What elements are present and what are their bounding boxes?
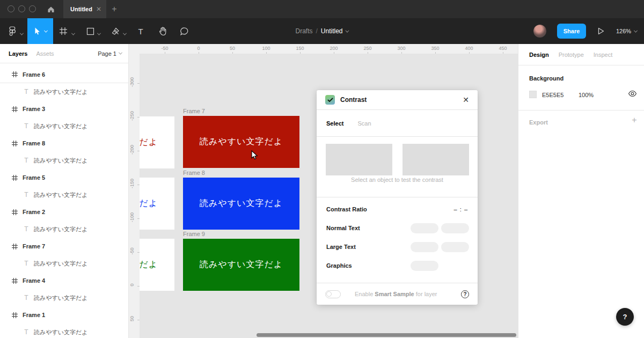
frame-icon	[12, 175, 18, 181]
figma-menu-icon[interactable]	[4, 18, 20, 44]
tab-assets[interactable]: Assets	[36, 50, 54, 57]
move-tool[interactable]	[27, 18, 53, 44]
background-hex-value[interactable]: E5E5E5	[542, 92, 564, 98]
canvas-frame-green[interactable]: 読みやすい文字だよ	[183, 239, 299, 291]
dialog-close-icon[interactable]: ✕	[462, 95, 470, 104]
layer-row-frame[interactable]: Frame 4	[0, 272, 128, 289]
layer-row-frame[interactable]: Frame 3	[0, 100, 128, 117]
horizontal-scrollbar[interactable]	[257, 333, 516, 337]
menu-chevron-icon[interactable]	[20, 30, 23, 36]
frame-text[interactable]: 読みやすい文字だよ	[200, 259, 283, 270]
layer-name: 読みやすい文字だよ	[34, 122, 88, 130]
tab-layers[interactable]: Layers	[9, 50, 27, 57]
window-minimize-dot[interactable]	[18, 5, 25, 12]
canvas-white-frame[interactable]: 読みやすい文字だよ	[140, 116, 174, 168]
frame-text[interactable]: 読みやすい文字だよ	[140, 259, 158, 270]
layer-row-frame[interactable]: Frame 1	[0, 306, 128, 324]
layer-row-text[interactable]: T 読みやすい文字だよ	[0, 83, 128, 100]
frame-text[interactable]: 読みやすい文字だよ	[140, 137, 158, 148]
user-avatar[interactable]	[533, 25, 546, 38]
present-button[interactable]	[596, 26, 606, 36]
file-menu-chevron-icon[interactable]	[345, 28, 349, 32]
new-tab-button[interactable]: +	[109, 4, 119, 14]
dialog-tab-select[interactable]: Select	[326, 120, 343, 127]
text-layer-icon: T	[24, 225, 29, 233]
graphics-aa-pill	[411, 261, 438, 271]
dialog-tab-scan[interactable]: Scan	[357, 120, 371, 127]
results-section: Contrast Ratio – : – Normal Text Large T…	[317, 197, 478, 283]
canvas-frame-label[interactable]: Frame 9	[183, 231, 205, 237]
layer-row-frame[interactable]: Frame 2	[0, 203, 128, 221]
footer-help-icon[interactable]: ?	[461, 290, 469, 298]
layer-name: Frame 1	[23, 312, 45, 318]
file-tab[interactable]: Untitled ✕	[63, 0, 106, 18]
layer-row-frame[interactable]: Frame 6	[0, 66, 128, 83]
frame-icon	[12, 209, 18, 215]
layer-name: 読みやすい文字だよ	[34, 191, 88, 199]
contrast-plugin-dialog: Contrast ✕ Select Scan Select an object …	[317, 90, 478, 305]
layers-panel-header: Layers Assets Page 1	[0, 44, 128, 63]
layer-row-frame[interactable]: Frame 5	[0, 169, 128, 186]
window-zoom-dot[interactable]	[29, 5, 36, 12]
background-color-swatch[interactable]	[529, 91, 537, 98]
canvas-frame-label[interactable]: Frame 7	[183, 108, 205, 114]
text-layer-icon: T	[24, 191, 29, 199]
layer-row-text[interactable]: T 読みやすい文字だよ	[0, 289, 128, 306]
dialog-header[interactable]: Contrast ✕	[317, 90, 478, 110]
text-tool-icon: T	[138, 27, 143, 36]
frame-text[interactable]: 読みやすい文字だよ	[200, 136, 283, 148]
comment-tool[interactable]	[177, 18, 191, 44]
export-add-button[interactable]: +	[630, 116, 639, 124]
page-selector[interactable]: Page 1	[98, 50, 122, 57]
frame-tool[interactable]	[57, 18, 70, 44]
window-tab-bar: Untitled ✕ +	[0, 0, 644, 18]
pen-tool-chevron-icon[interactable]	[123, 30, 126, 36]
move-tool-chevron-icon[interactable]	[44, 28, 48, 32]
frame-text[interactable]: 読みやすい文字だよ	[200, 198, 283, 209]
layer-row-text[interactable]: T 読みやすい文字だよ	[0, 152, 128, 169]
layer-name: 読みやすい文字だよ	[34, 157, 88, 165]
home-icon[interactable]	[45, 4, 57, 14]
layer-name: Frame 6	[23, 71, 45, 78]
pen-tool[interactable]	[109, 18, 122, 44]
frame-tool-chevron-icon[interactable]	[72, 30, 75, 36]
canvas-frame-label[interactable]: Frame 8	[183, 170, 205, 176]
layer-row-text[interactable]: T 読みやすい文字だよ	[0, 186, 128, 203]
share-button[interactable]: Share	[557, 24, 586, 39]
tab-prototype[interactable]: Prototype	[559, 52, 584, 58]
smart-sample-bold: Smart Sample	[375, 291, 414, 297]
background-opacity-value[interactable]: 100%	[579, 92, 594, 98]
canvas-white-frame[interactable]: 読みやすい文字だよ	[140, 239, 174, 291]
breadcrumb-filename[interactable]: Untitled	[321, 27, 343, 35]
frame-text[interactable]: 読みやすい文字だよ	[140, 198, 158, 209]
layer-row-text[interactable]: T 読みやすい文字だよ	[0, 117, 128, 135]
layer-name: Frame 7	[23, 243, 45, 249]
shape-tool[interactable]	[84, 18, 97, 44]
breadcrumb-project[interactable]: Drafts	[295, 27, 312, 35]
layer-row-frame[interactable]: Frame 7	[0, 238, 128, 255]
zoom-level: 126%	[616, 28, 631, 34]
zoom-chevron-icon	[634, 28, 638, 32]
tab-design[interactable]: Design	[529, 52, 549, 58]
visibility-eye-icon[interactable]	[628, 90, 638, 99]
layer-row-text[interactable]: T 読みやすい文字だよ	[0, 255, 128, 272]
canvas-frame-blue[interactable]: 読みやすい文字だよ	[183, 178, 299, 230]
layer-row-text[interactable]: T 読みやすい文字だよ	[0, 324, 128, 338]
hand-tool[interactable]	[156, 18, 170, 44]
zoom-menu[interactable]: 126%	[616, 26, 637, 36]
smart-sample-toggle[interactable]	[325, 290, 341, 298]
tab-close-icon[interactable]: ✕	[96, 6, 101, 12]
properties-tabs: Design Prototype Inspect	[518, 44, 644, 65]
window-close-dot[interactable]	[8, 5, 14, 12]
text-tool[interactable]: T	[134, 18, 147, 44]
canvas-frame-red[interactable]: 読みやすい文字だよ	[183, 116, 299, 168]
help-button[interactable]: ?	[616, 308, 634, 326]
frame-icon	[12, 312, 18, 318]
mouse-cursor-icon	[250, 150, 259, 160]
layer-row-frame[interactable]: Frame 8	[0, 135, 128, 152]
smart-sample-label: Enable Smart Sample for layer	[355, 291, 437, 297]
shape-tool-chevron-icon[interactable]	[98, 30, 100, 36]
tab-inspect[interactable]: Inspect	[594, 52, 612, 58]
layer-row-text[interactable]: T 読みやすい文字だよ	[0, 221, 128, 238]
canvas-white-frame[interactable]: 読みやすい文字だよ	[140, 178, 174, 230]
